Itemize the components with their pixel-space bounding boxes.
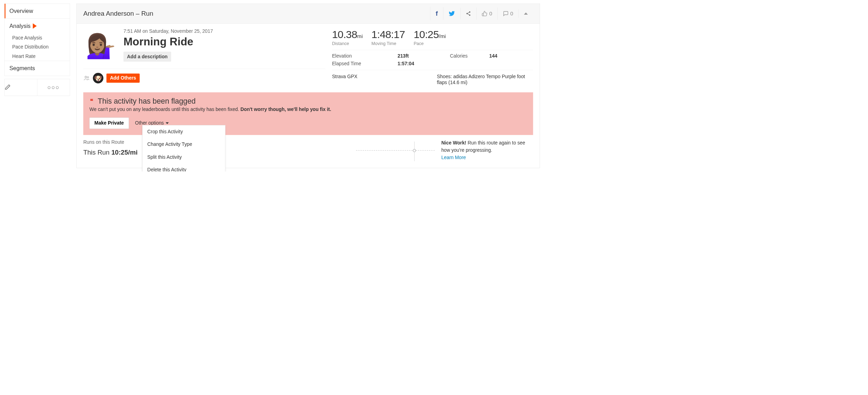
avatar[interactable]: 💁🏽‍♀️ <box>83 29 118 64</box>
sidebar-analysis-label: Analysis <box>9 23 31 29</box>
distance-label: Distance <box>332 41 363 46</box>
caret-down-icon <box>166 122 169 124</box>
flag-body-bold: Don't worry though, we'll help you fix i… <box>241 106 331 112</box>
more-button[interactable]: ○○○ <box>37 79 70 96</box>
sidebar-overview[interactable]: Overview <box>5 4 70 18</box>
svg-point-4 <box>87 77 89 78</box>
add-description-button[interactable]: Add a description <box>123 52 171 62</box>
people-icon <box>83 75 90 81</box>
thumbs-up-icon <box>482 11 487 16</box>
participant-avatar[interactable]: 🐶 <box>93 73 103 83</box>
pencil-icon <box>5 84 11 90</box>
make-private-button[interactable]: Make Private <box>89 118 129 129</box>
sidebar-segments[interactable]: Segments <box>5 61 70 76</box>
moving-time-label: Moving Time <box>372 41 405 46</box>
flag-title-text: This activity has been flagged <box>98 97 196 105</box>
facebook-icon: f <box>436 10 438 17</box>
header-bar: Andrea Anderson – Run f 0 0 <box>77 4 540 24</box>
share-button[interactable] <box>460 8 477 20</box>
sidebar-pace-distribution[interactable]: Pace Distribution <box>5 43 70 52</box>
calories-label: Calories <box>450 53 489 59</box>
this-run-pace: 10:25/mi <box>111 149 137 156</box>
ellipsis-icon: ○○○ <box>47 84 60 91</box>
pace-value: 10:25 <box>414 29 439 40</box>
elapsed-label: Elapsed Time <box>332 61 397 67</box>
calories-value: 144 <box>489 53 533 59</box>
other-options-menu: Crop this Activity Change Activity Type … <box>142 125 225 172</box>
distance-value: 10.38 <box>332 29 357 40</box>
comments-button[interactable]: 0 <box>497 7 518 20</box>
menu-split-activity[interactable]: Split this Activity <box>143 151 225 163</box>
flag-body-text: We can't put you on any leaderboards unt… <box>89 106 240 112</box>
sidebar-analysis[interactable]: Analysis <box>5 18 70 33</box>
menu-crop-activity[interactable]: Crop this Activity <box>143 125 225 138</box>
comment-icon <box>503 11 509 16</box>
nice-work-bold: Nice Work! <box>441 140 468 146</box>
kudos-count: 0 <box>489 10 492 17</box>
svg-point-2 <box>469 14 471 16</box>
flag-banner: This activity has been flagged We can't … <box>83 92 533 135</box>
distance-unit: mi <box>357 33 363 39</box>
learn-more-link[interactable]: Learn More <box>441 155 466 160</box>
elapsed-value: 1:57:04 <box>398 61 450 67</box>
sidebar-pace-analysis[interactable]: Pace Analysis <box>5 33 70 42</box>
twitter-icon <box>449 10 455 17</box>
route-data-point <box>413 149 416 152</box>
share-icon <box>466 11 471 16</box>
elevation-value: 213ft <box>398 53 450 59</box>
pace-unit: /mi <box>439 33 446 39</box>
svg-point-3 <box>85 76 87 78</box>
sidebar-heart-rate[interactable]: Heart Rate <box>5 52 70 61</box>
chevron-right-icon <box>33 23 37 29</box>
elevation-label: Elevation <box>332 53 397 59</box>
kudos-button[interactable]: 0 <box>476 7 497 20</box>
pace-label: Pace <box>414 41 446 46</box>
route-chart <box>356 139 435 161</box>
menu-change-type[interactable]: Change Activity Type <box>143 138 225 151</box>
activity-timestamp: 7:51 AM on Saturday, November 25, 2017 <box>123 29 325 34</box>
this-run-prefix: This Run <box>83 149 112 156</box>
caret-up-icon <box>524 13 528 15</box>
device-name: Strava GPX <box>332 74 437 85</box>
svg-point-0 <box>469 12 471 13</box>
comment-count: 0 <box>510 10 513 17</box>
sidebar: Overview Analysis Pace Analysis Pace Dis… <box>5 3 70 168</box>
add-others-button[interactable]: Add Others <box>106 74 139 83</box>
edit-button[interactable] <box>5 79 37 96</box>
svg-point-1 <box>466 13 468 14</box>
activity-title: Morning Ride <box>123 36 325 48</box>
share-facebook-button[interactable]: f <box>430 7 443 20</box>
flag-icon <box>89 98 95 104</box>
collapse-button[interactable] <box>518 9 533 18</box>
moving-time-value: 1:48:17 <box>372 29 405 40</box>
menu-delete-activity[interactable]: Delete this Activity <box>143 163 225 171</box>
share-twitter-button[interactable] <box>443 7 460 20</box>
gear-shoes: Shoes: adidas Adizero Tempo Purple foot … <box>437 74 533 85</box>
breadcrumb: Andrea Anderson – Run <box>83 10 430 17</box>
main-panel: Andrea Anderson – Run f 0 0 <box>76 3 540 168</box>
